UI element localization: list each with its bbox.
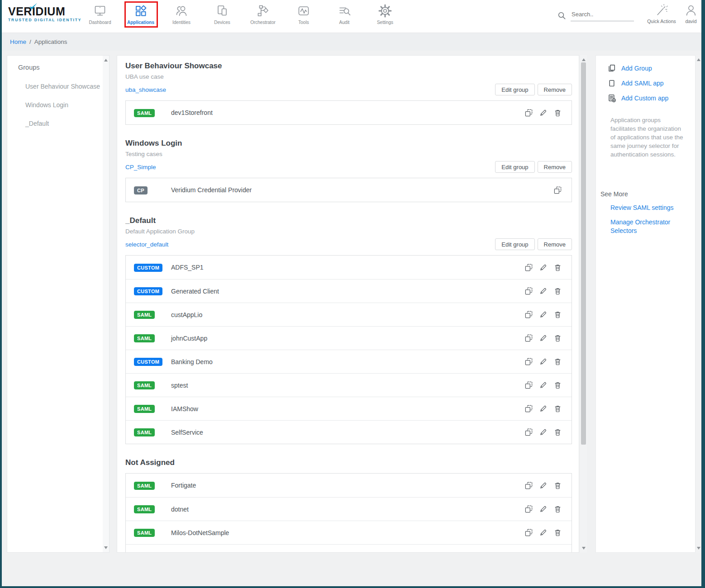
delete-icon[interactable] [554, 552, 562, 553]
nav-item-audit[interactable]: Audit [324, 0, 365, 33]
quick-actions-label: Quick Actions [647, 19, 676, 24]
application-row: SAML dev1Storefront [126, 101, 572, 124]
edit-group-button[interactable]: Edit group [495, 161, 534, 173]
copy-icon[interactable] [525, 505, 533, 513]
scroll-down-arrow[interactable] [104, 546, 108, 549]
copy-icon[interactable] [525, 334, 533, 342]
nav-item-dashboard[interactable]: Dashboard [80, 0, 120, 33]
copy-icon[interactable] [525, 529, 533, 536]
add-saml-app-button[interactable]: Add SAML app [608, 79, 695, 87]
search-input[interactable] [571, 10, 634, 21]
page-scrollbar[interactable] [695, 55, 701, 553]
delete-icon[interactable] [554, 334, 562, 342]
scroll-down-arrow[interactable] [582, 547, 586, 550]
edit-icon[interactable] [539, 287, 547, 295]
edit-icon[interactable] [539, 505, 547, 513]
delete-icon[interactable] [554, 109, 562, 117]
nav-item-label: Audit [339, 20, 350, 25]
copy-icon[interactable] [525, 381, 533, 389]
add-custom-app-icon [608, 94, 616, 102]
sidebar-item-windows-login[interactable]: Windows Login [25, 102, 109, 108]
nav-item-devices[interactable]: Devices [202, 0, 243, 33]
delete-icon[interactable] [554, 482, 562, 489]
add-custom-app-button[interactable]: Add Custom app [608, 94, 695, 102]
edit-icon[interactable] [539, 482, 547, 489]
user-menu-button[interactable]: david [679, 4, 703, 24]
breadcrumb-home-link[interactable]: Home [10, 38, 26, 45]
main-scrollbar[interactable] [580, 55, 587, 553]
see-more-link-manage-orchestrator-selectors[interactable]: Manage Orchestrator Selectors [610, 218, 681, 235]
delete-icon[interactable] [554, 381, 562, 389]
groups-sidebar: Groups User Behaviour ShowcaseWindows Lo… [7, 55, 110, 553]
devices-icon [215, 4, 229, 18]
edit-icon[interactable] [539, 109, 547, 117]
scroll-up-arrow[interactable] [582, 58, 586, 61]
application-row: CP Veridium Credential Provider [126, 178, 572, 202]
edit-icon[interactable] [539, 264, 547, 271]
edit-icon[interactable] [539, 552, 547, 553]
copy-icon[interactable] [525, 552, 533, 553]
application-row: SAML DESKTOPFACE [126, 544, 572, 553]
edit-icon[interactable] [539, 405, 547, 413]
nav-item-tools[interactable]: Tools [283, 0, 324, 33]
delete-icon[interactable] [554, 505, 562, 513]
edit-icon[interactable] [539, 311, 547, 318]
group-selector-link[interactable]: uba_showcase [125, 86, 166, 93]
scroll-up-arrow[interactable] [104, 59, 108, 62]
copy-icon[interactable] [525, 264, 533, 271]
nav-item-label: Devices [214, 20, 230, 25]
see-more-link-review-saml-settings[interactable]: Review SAML settings [610, 204, 681, 212]
group-selector-link[interactable]: selector_default [125, 241, 168, 248]
sidebar-item-user-behaviour-showcase[interactable]: User Behaviour Showcase [25, 83, 109, 90]
edit-icon[interactable] [539, 334, 547, 342]
delete-icon[interactable] [554, 311, 562, 318]
edit-icon[interactable] [539, 428, 547, 436]
app-type-badge: SAML [134, 482, 155, 490]
sidebar-scrollbar[interactable] [103, 56, 109, 552]
scroll-up-arrow[interactable] [697, 58, 700, 61]
orchestrator-icon [256, 4, 270, 18]
copy-icon[interactable] [525, 358, 533, 365]
dashboard-icon [93, 4, 107, 18]
scroll-down-arrow[interactable] [697, 547, 700, 550]
group-title: _Default [125, 216, 572, 226]
remove-group-button[interactable]: Remove [538, 161, 572, 173]
copy-icon[interactable] [525, 405, 533, 413]
edit-icon[interactable] [539, 358, 547, 365]
quick-actions-button[interactable]: Quick Actions [643, 4, 680, 24]
application-row: SAML Fortigate [126, 474, 572, 497]
delete-icon[interactable] [554, 264, 562, 271]
scrollbar-thumb[interactable] [581, 62, 586, 445]
copy-icon[interactable] [525, 482, 533, 489]
sidebar-item-default[interactable]: _Default [25, 120, 109, 127]
delete-icon[interactable] [554, 529, 562, 536]
app-name: dotnet [171, 506, 189, 513]
action-label: Add Group [621, 65, 652, 72]
group-selector-link[interactable]: CP_Simple [125, 164, 156, 171]
delete-icon[interactable] [554, 428, 562, 436]
copy-icon[interactable] [554, 186, 562, 194]
breadcrumb-separator: / [29, 38, 31, 45]
nav-item-identities[interactable]: Identities [161, 0, 202, 33]
copy-icon[interactable] [525, 311, 533, 318]
application-row: SAML johnCustApp [126, 326, 572, 350]
edit-icon[interactable] [539, 381, 547, 389]
remove-group-button[interactable]: Remove [538, 84, 572, 95]
delete-icon[interactable] [554, 405, 562, 413]
app-type-badge: SAML [134, 311, 155, 319]
application-list: SAML dev1Storefront [125, 100, 572, 125]
edit-group-button[interactable]: Edit group [495, 84, 534, 95]
copy-icon[interactable] [525, 428, 533, 436]
nav-item-settings[interactable]: Settings [365, 0, 405, 33]
remove-group-button[interactable]: Remove [538, 238, 572, 250]
nav-item-orchestrator[interactable]: Orchestrator [243, 0, 283, 33]
delete-icon[interactable] [554, 287, 562, 295]
group-title: User Behaviour Showcase [125, 61, 572, 71]
copy-icon[interactable] [525, 287, 533, 295]
delete-icon[interactable] [554, 358, 562, 365]
copy-icon[interactable] [525, 109, 533, 117]
edit-icon[interactable] [539, 529, 547, 536]
add-group-button[interactable]: Add Group [608, 64, 695, 72]
edit-group-button[interactable]: Edit group [495, 238, 534, 250]
action-label: Add Custom app [621, 95, 668, 102]
